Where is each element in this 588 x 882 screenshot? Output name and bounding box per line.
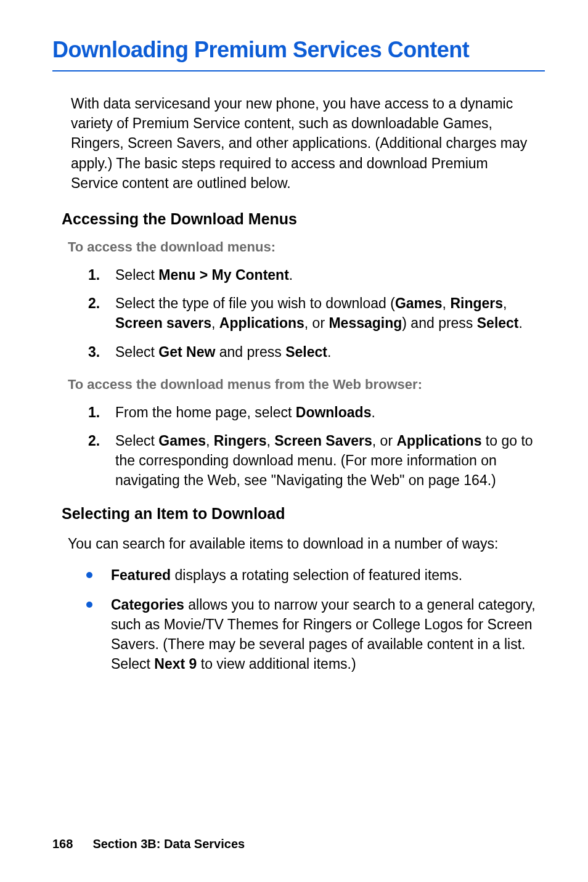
option-name: Next 9 — [154, 656, 197, 672]
subheading-selecting-item: Selecting an Item to Download — [62, 505, 545, 523]
button-name: Select — [285, 344, 327, 360]
step-text: ) and press — [402, 315, 476, 331]
step-number: 1. — [88, 265, 100, 285]
step-text: , or — [304, 315, 329, 331]
option-name: Applications — [219, 315, 304, 331]
intro-paragraph: With data servicesand your new phone, yo… — [71, 94, 539, 193]
list-item: 2. Select the type of file you wish to d… — [88, 293, 545, 333]
menu-path: Menu > My Content — [158, 267, 288, 283]
step-text: , — [503, 295, 507, 311]
list-item: 1. Select Menu > My Content. — [88, 265, 545, 285]
ordered-list-1: 1. Select Menu > My Content. 2. Select t… — [88, 265, 545, 362]
list-item: Categories allows you to narrow your sea… — [86, 595, 545, 674]
step-number: 1. — [88, 402, 100, 422]
term: Featured — [111, 567, 171, 583]
step-number: 3. — [88, 342, 100, 362]
subheading-accessing-download-menus: Accessing the Download Menus — [62, 210, 545, 228]
step-text: , — [211, 315, 219, 331]
step-text: , — [266, 433, 274, 449]
step-text: Select — [115, 433, 158, 449]
option-name: Ringers — [214, 433, 267, 449]
step-number: 2. — [88, 293, 100, 313]
step-text: From the home page, select — [115, 404, 296, 420]
instruction-heading-1: To access the download menus: — [68, 239, 545, 255]
bullet-list: Featured displays a rotating selection o… — [86, 565, 545, 674]
description: to view additional items.) — [197, 656, 356, 672]
page-number: 168 — [52, 837, 73, 851]
list-item: 2. Select Games, Ringers, Screen Savers,… — [88, 431, 545, 491]
step-text: . — [371, 404, 375, 420]
step-text: Select — [115, 267, 158, 283]
option-name: Get New — [158, 344, 215, 360]
step-text: , — [443, 295, 451, 311]
option-name: Screen Savers — [274, 433, 372, 449]
section-label: Section 3B: Data Services — [92, 837, 245, 851]
page-footer: 168Section 3B: Data Services — [52, 837, 245, 851]
ordered-list-2: 1. From the home page, select Downloads.… — [88, 402, 545, 491]
list-item: 1. From the home page, select Downloads. — [88, 402, 545, 422]
option-name: Games — [158, 433, 206, 449]
button-name: Select — [477, 315, 519, 331]
option-name: Downloads — [296, 404, 372, 420]
step-text: . — [519, 315, 523, 331]
step-text: . — [327, 344, 331, 360]
list-item: 3. Select Get New and press Select. — [88, 342, 545, 362]
body-paragraph: You can search for available items to do… — [68, 534, 533, 553]
term: Categories — [111, 597, 184, 613]
option-name: Messaging — [329, 315, 402, 331]
step-text: . — [289, 267, 293, 283]
step-text: , or — [372, 433, 397, 449]
option-name: Ringers — [450, 295, 503, 311]
list-item: Featured displays a rotating selection o… — [86, 565, 545, 585]
step-text: and press — [215, 344, 285, 360]
step-number: 2. — [88, 431, 100, 451]
page-title: Downloading Premium Services Content — [52, 37, 545, 71]
option-name: Screen savers — [115, 315, 211, 331]
step-text: , — [206, 433, 214, 449]
step-text: Select — [115, 344, 158, 360]
step-text: Select the type of file you wish to down… — [115, 295, 395, 311]
description: displays a rotating selection of feature… — [171, 567, 462, 583]
option-name: Applications — [396, 433, 481, 449]
option-name: Games — [395, 295, 443, 311]
instruction-heading-2: To access the download menus from the We… — [68, 377, 545, 393]
